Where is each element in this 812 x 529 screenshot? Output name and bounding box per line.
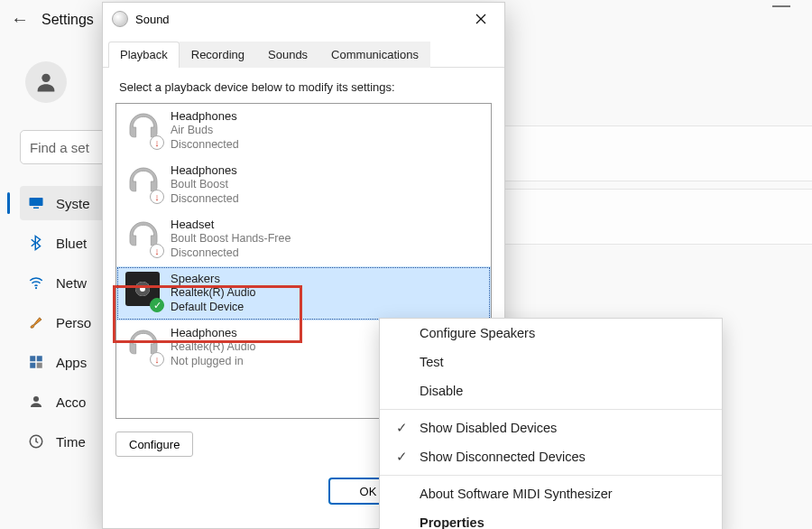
down-badge-icon: ↓: [150, 135, 164, 150]
nav-label: Time: [56, 434, 86, 450]
svg-rect-6: [30, 363, 35, 368]
dialog-titlebar[interactable]: Sound: [103, 3, 504, 35]
device-status: Default Device: [171, 301, 256, 315]
device-sub: Boult Boost Hands-Free: [171, 232, 291, 246]
context-item[interactable]: Test: [380, 348, 722, 376]
nav-label: Acco: [56, 394, 86, 410]
apps-icon: [27, 353, 45, 371]
svg-rect-7: [37, 363, 42, 368]
device-name: Headphones: [171, 326, 256, 340]
device-name: Headphones: [171, 163, 239, 178]
device-name: Headset: [171, 218, 291, 232]
device-item[interactable]: ↓HeadsetBoult Boost Hands-FreeDisconnect…: [116, 212, 491, 266]
context-item[interactable]: Disable: [380, 376, 722, 405]
nav-label: Bluet: [56, 236, 87, 251]
headphones-icon: ↓: [125, 163, 161, 203]
check-badge-icon: ✓: [150, 298, 164, 312]
context-item[interactable]: Configure Speakers: [380, 319, 722, 348]
context-item[interactable]: Show Disabled Devices: [380, 413, 722, 442]
user-avatar[interactable]: [25, 61, 67, 103]
down-badge-icon: ↓: [150, 244, 164, 258]
wifi-icon: [27, 274, 45, 292]
device-name: Headphones: [171, 109, 239, 124]
svg-point-3: [35, 287, 37, 289]
nav-label: Syste: [56, 196, 90, 211]
brush-icon: [27, 313, 45, 331]
context-item[interactable]: Properties: [380, 508, 722, 529]
tab-playback[interactable]: Playback: [108, 42, 180, 68]
svg-rect-5: [37, 356, 42, 361]
device-sub: Realtek(R) Audio: [171, 340, 256, 355]
tab-sounds[interactable]: Sounds: [256, 42, 319, 68]
device-item[interactable]: ↓HeadphonesBoult BoostDisconnected: [116, 158, 491, 212]
down-badge-icon: ↓: [150, 190, 164, 204]
device-sub: Realtek(R) Audio: [171, 286, 256, 301]
context-separator: [380, 409, 722, 410]
device-item[interactable]: ↓HeadphonesAir BudsDisconnected: [116, 104, 491, 158]
device-name: Speakers: [171, 272, 256, 286]
sound-dialog-icon: [112, 11, 128, 27]
tab-recording[interactable]: Recording: [180, 42, 256, 68]
down-badge-icon: ↓: [150, 352, 164, 367]
nav-label: Netw: [56, 275, 87, 291]
device-status: Disconnected: [171, 138, 239, 153]
context-item[interactable]: Show Disconnected Devices: [380, 442, 722, 471]
bluetooth-icon: [27, 234, 45, 252]
svg-point-8: [33, 396, 39, 402]
headset-icon: ↓: [125, 218, 161, 257]
device-item[interactable]: ✓SpeakersRealtek(R) AudioDefault Device: [116, 266, 491, 320]
headphones-icon: ↓: [125, 109, 161, 149]
speaker-icon: ✓: [125, 272, 161, 311]
svg-point-0: [42, 74, 50, 82]
close-button[interactable]: [461, 5, 501, 32]
clock-icon: [27, 432, 45, 450]
headphones-icon: ↓: [125, 326, 161, 366]
device-sub: Boult Boost: [171, 178, 239, 192]
tab-communications[interactable]: Communications: [319, 42, 430, 68]
context-menu: Configure SpeakersTestDisableShow Disabl…: [379, 318, 723, 529]
nav-label: Apps: [56, 355, 87, 370]
dialog-instruction: Select a playback device below to modify…: [119, 80, 488, 94]
configure-button[interactable]: Configure: [115, 432, 193, 457]
settings-title: Settings: [42, 12, 94, 28]
nav-label: Perso: [56, 315, 91, 330]
svg-rect-2: [33, 208, 39, 209]
monitor-icon: [27, 194, 45, 212]
context-separator: [380, 475, 722, 476]
accounts-icon: [27, 393, 45, 411]
device-sub: Air Buds: [171, 124, 239, 138]
device-status: Disconnected: [171, 192, 239, 207]
context-item[interactable]: About Software MIDI Synthesizer: [380, 479, 722, 508]
window-minimize-icon[interactable]: [772, 5, 790, 7]
svg-rect-4: [30, 356, 35, 361]
device-status: Disconnected: [171, 246, 291, 261]
back-button[interactable]: ←: [11, 9, 29, 30]
svg-rect-1: [30, 198, 43, 206]
dialog-tabs: Playback Recording Sounds Communications: [103, 35, 504, 68]
dialog-title: Sound: [135, 13, 461, 26]
device-status: Not plugged in: [171, 355, 256, 369]
